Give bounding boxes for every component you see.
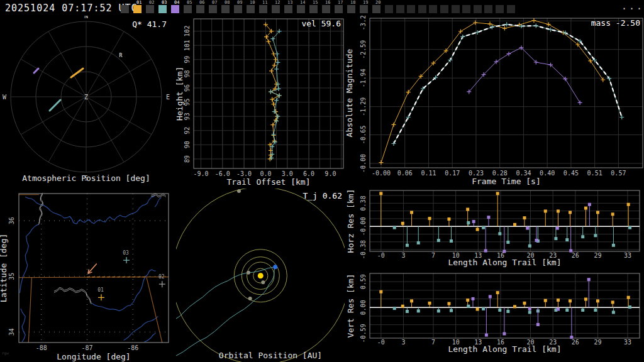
series-04 bbox=[467, 45, 582, 104]
station-square-05[interactable] bbox=[184, 5, 192, 13]
station-square-extra-9[interactable] bbox=[474, 5, 482, 13]
panel-title: Atmospheric Position [deg] bbox=[22, 173, 150, 183]
panel-badge: mass -2.50 bbox=[591, 18, 640, 28]
station-square-19[interactable] bbox=[360, 5, 368, 13]
x-tick: 0.57 bbox=[611, 170, 626, 177]
y-tick: 98 bbox=[184, 70, 191, 77]
station-label-08: 08 bbox=[225, 0, 230, 5]
map-station-label-02: 02 bbox=[158, 274, 165, 280]
x-tick: 0.28 bbox=[492, 170, 508, 177]
stems-04 bbox=[472, 203, 591, 253]
y-tick: 34 bbox=[8, 328, 15, 336]
overflow-menu-icon[interactable]: ... bbox=[621, 1, 644, 12]
y-tick: -0.00 bbox=[360, 154, 367, 173]
station-square-extra-2[interactable] bbox=[396, 5, 404, 13]
station-label-02: 02 bbox=[149, 0, 154, 5]
x-axis-label: Length Along Trail [km] bbox=[448, 258, 561, 267]
map-station-label-03: 03 bbox=[123, 250, 129, 256]
trail-offset-chart: -9.0-6.0-3.00.03.06.09.01021019998969593… bbox=[176, 16, 345, 189]
x-tick: 3 bbox=[401, 252, 405, 259]
y-axis-label: Horz Res [km] bbox=[346, 189, 355, 253]
station-label-16: 16 bbox=[325, 0, 330, 5]
atmospheric-position-chart: NSEWZRQ* 41.7Atmospheric Position [deg] bbox=[0, 16, 176, 189]
station-label-07: 07 bbox=[212, 0, 217, 5]
station-square-11[interactable] bbox=[259, 5, 267, 13]
map-station-02: 02 bbox=[158, 274, 165, 287]
station-label-06: 06 bbox=[199, 0, 204, 5]
x-axis-label: Longitude [deg] bbox=[57, 352, 130, 361]
station-square-extra-11[interactable] bbox=[496, 5, 504, 13]
station-square-extra-8[interactable] bbox=[462, 5, 470, 13]
station-square-08[interactable] bbox=[221, 5, 230, 13]
station-square-13[interactable] bbox=[284, 5, 292, 13]
y-tick: 0.38 bbox=[360, 195, 367, 211]
station-label-09: 09 bbox=[237, 0, 242, 5]
station-label-01: 01 bbox=[136, 0, 142, 5]
station-square-12[interactable] bbox=[272, 5, 280, 13]
station-square-extra-4[interactable] bbox=[418, 5, 426, 13]
station-square-10[interactable] bbox=[247, 5, 255, 13]
station-label-15: 15 bbox=[313, 0, 318, 5]
station-square-01[interactable] bbox=[133, 5, 142, 13]
stems-03 bbox=[393, 305, 631, 314]
panel-horz-residuals: -03710131620232629330.38-0.00-0.38Length… bbox=[345, 189, 644, 272]
meteor-streak-04 bbox=[34, 69, 38, 73]
x-tick: 7 bbox=[431, 252, 435, 259]
y-tick: 89 bbox=[184, 155, 191, 163]
station-square-15[interactable] bbox=[309, 5, 318, 13]
station-square-14[interactable] bbox=[297, 5, 305, 13]
station-square-04[interactable] bbox=[171, 5, 179, 13]
station-square-09[interactable] bbox=[234, 5, 242, 13]
axes bbox=[370, 273, 640, 338]
y-tick: 0.00 bbox=[360, 300, 367, 315]
x-tick: 0.34 bbox=[516, 170, 531, 177]
station-square-extra-10[interactable] bbox=[484, 5, 492, 13]
station-square-extra-12[interactable] bbox=[507, 5, 515, 13]
station-square-lead[interactable] bbox=[121, 5, 129, 13]
station-label-03: 03 bbox=[162, 0, 167, 5]
station-strip: 0102030405060708091011121314151617181920 bbox=[0, 0, 644, 16]
station-square-02[interactable] bbox=[146, 5, 154, 13]
x-tick: 33 bbox=[624, 252, 631, 259]
station-square-20[interactable] bbox=[372, 5, 380, 13]
station-square-03[interactable] bbox=[158, 5, 167, 13]
planet-mercury bbox=[261, 280, 265, 284]
station-square-extra-5[interactable] bbox=[429, 5, 437, 13]
x-tick: 0.45 bbox=[564, 170, 579, 177]
compass-center: Z bbox=[84, 94, 88, 101]
y-axis-label: Height [km] bbox=[176, 67, 184, 121]
station-square-extra-6[interactable] bbox=[440, 5, 448, 13]
ground-map-chart: 010203-88-87-86363534Longitude [deg]Lati… bbox=[0, 189, 176, 362]
station-square-extra-3[interactable] bbox=[407, 5, 415, 13]
y-tick: -0.38 bbox=[360, 240, 367, 259]
x-tick: 7 bbox=[431, 339, 435, 346]
planet-mars bbox=[248, 297, 252, 300]
station-label-04: 04 bbox=[174, 0, 179, 5]
station-square-07[interactable] bbox=[209, 5, 217, 13]
y-tick: 36 bbox=[8, 217, 15, 224]
stems-01 bbox=[379, 192, 630, 231]
x-tick: -0 bbox=[377, 252, 385, 259]
station-square-17[interactable] bbox=[335, 5, 343, 13]
y-tick: -0.59 bbox=[360, 324, 367, 343]
x-tick: 29 bbox=[594, 252, 601, 259]
meteor-streak-03 bbox=[50, 100, 60, 111]
horz-residuals-chart: -03710131620232629330.38-0.00-0.38Length… bbox=[345, 189, 644, 272]
vert-residuals-chart: -03710131620232629330.590.00-0.59Length … bbox=[345, 272, 644, 362]
x-tick: 26 bbox=[572, 339, 579, 346]
station-square-extra-1[interactable] bbox=[385, 5, 393, 13]
y-tick: 92 bbox=[184, 127, 191, 134]
station-square-06[interactable] bbox=[196, 5, 204, 13]
orbital-position-chart: T_j 0.62Orbital Position [AU] bbox=[176, 189, 345, 362]
station-square-extra-7[interactable] bbox=[452, 5, 460, 13]
station-square-18[interactable] bbox=[347, 5, 355, 13]
station-square-16[interactable] bbox=[322, 5, 330, 13]
panel-vert-residuals: -03710131620232629330.590.00-0.59Length … bbox=[345, 272, 644, 362]
y-tick: -0.00 bbox=[360, 217, 367, 236]
map-station-01: 01 bbox=[97, 287, 104, 300]
light-curve-chart: -0.000.060.110.170.230.280.340.400.450.5… bbox=[345, 16, 644, 189]
panel-light-curve: -0.000.060.110.170.230.280.340.400.450.5… bbox=[345, 16, 644, 189]
y-tick: -0.65 bbox=[360, 125, 367, 144]
map-station-03: 03 bbox=[123, 250, 130, 263]
x-tick: 3 bbox=[401, 339, 405, 346]
